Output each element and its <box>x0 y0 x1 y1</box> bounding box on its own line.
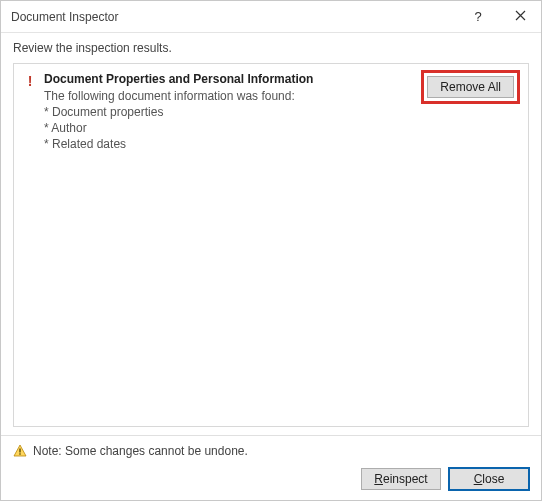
help-icon: ? <box>474 9 481 24</box>
note-row: Note: Some changes cannot be undone. <box>13 444 529 458</box>
result-heading: Document Properties and Personal Informa… <box>44 72 415 86</box>
result-body: Document Properties and Personal Informa… <box>44 72 415 152</box>
window-title: Document Inspector <box>11 10 457 24</box>
remove-all-button[interactable]: Remove All <box>427 76 514 98</box>
svg-rect-2 <box>19 453 20 454</box>
note-text: Note: Some changes cannot be undone. <box>33 444 248 458</box>
close-icon <box>515 9 526 24</box>
reinspect-button[interactable]: Reinspect <box>361 468 441 490</box>
titlebar: Document Inspector ? <box>1 1 541 33</box>
result-item: ! Document Properties and Personal Infor… <box>22 72 520 152</box>
result-found-item: * Related dates <box>44 136 415 152</box>
result-desc-line: The following document information was f… <box>44 88 415 104</box>
help-button[interactable]: ? <box>457 1 499 33</box>
svg-rect-1 <box>19 449 20 453</box>
dialog-window: Document Inspector ? Review the inspecti… <box>0 0 542 501</box>
result-description: The following document information was f… <box>44 88 415 152</box>
alert-icon: ! <box>22 72 38 89</box>
result-found-item: * Author <box>44 120 415 136</box>
close-button[interactable]: Close <box>449 468 529 490</box>
footer-buttons: Reinspect Close <box>13 468 529 490</box>
close-window-button[interactable] <box>499 1 541 33</box>
result-found-item: * Document properties <box>44 104 415 120</box>
warning-icon <box>13 444 27 458</box>
results-panel: ! Document Properties and Personal Infor… <box>13 63 529 427</box>
remove-all-highlight: Remove All <box>421 70 520 104</box>
footer: Note: Some changes cannot be undone. Rei… <box>1 435 541 500</box>
instruction-text: Review the inspection results. <box>1 33 541 59</box>
